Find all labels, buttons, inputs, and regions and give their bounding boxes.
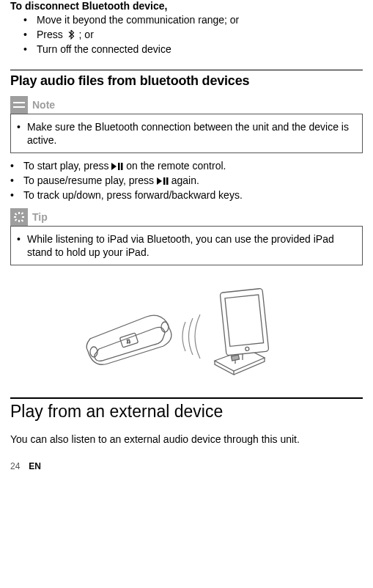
list-item: • Make sure the Bluetooth connection bet… [17,120,356,147]
bluetooth-icon [66,29,76,40]
bullet-dot: • [17,120,27,133]
svg-marker-2 [111,163,117,170]
bullet-text: Turn off the connected device [37,43,363,56]
bullet-text: Press ; or [37,28,363,41]
svg-rect-10 [14,216,16,218]
language-code: EN [29,461,41,471]
press-prefix: Press [37,29,66,40]
bullet-dot: • [23,13,37,26]
svg-rect-9 [18,220,20,222]
speaker-ipad-diagram: ♫ [10,282,363,377]
pause-pre: To pause/resume play, press [23,174,157,186]
playback-steps: • To start play, press on the remote con… [10,159,363,202]
bullet-text: To pause/resume play, press again. [23,174,363,187]
play-pause-icon [157,177,169,185]
note-text: Make sure the Bluetooth connection betwe… [27,120,356,147]
svg-rect-4 [121,163,123,170]
disconnect-block: To disconnect Bluetooth device, • Move i… [10,0,363,56]
callout-head: Tip [10,208,363,226]
bullet-dot: • [10,174,23,187]
svg-rect-6 [163,177,166,185]
manual-page: To disconnect Bluetooth device, • Move i… [0,0,373,482]
svg-text:♫: ♫ [125,337,132,346]
callout-head: Note [10,96,363,114]
list-item: • While listening to iPad via Bluetooth,… [17,232,356,259]
bullet-text: To track up/down, press forward/backward… [23,188,363,202]
svg-rect-1 [13,106,25,108]
note-icon [10,96,28,114]
list-item: • Press ; or [10,28,363,41]
divider [10,397,363,399]
note-body: • Make sure the Bluetooth connection bet… [10,114,363,153]
tip-text: While listening to iPad via Bluetooth, y… [27,232,356,259]
start-play-post: on the remote control. [126,160,226,172]
tip-label: Tip [32,211,48,223]
svg-rect-3 [118,163,120,170]
page-footer: 24 EN [10,461,363,471]
press-suffix: ; or [79,29,94,40]
bullet-dot: • [10,188,23,202]
bullet-text: To start play, press on the remote contr… [23,159,363,172]
note-label: Note [32,99,55,111]
svg-rect-7 [166,177,169,185]
page-number: 24 [10,461,20,471]
bullet-dot: • [17,232,27,246]
bullet-dot: • [23,43,37,56]
list-item: • To track up/down, press forward/backwa… [10,188,363,202]
note-callout: Note • Make sure the Bluetooth connectio… [10,96,363,153]
play-pause-icon [111,163,123,170]
divider [10,70,363,70]
section-heading-play-bt: Play audio files from bluetooth devices [10,73,363,89]
svg-rect-15 [15,218,18,221]
list-item: • To start play, press on the remote con… [10,159,363,172]
svg-rect-11 [22,216,24,218]
bullet-dot: • [23,28,37,41]
pause-post: again. [171,174,199,186]
svg-rect-0 [13,102,25,103]
svg-rect-12 [15,213,18,216]
bullet-text: Move it beyond the communication range; … [37,13,363,26]
start-play-pre: To start play, press [23,160,111,172]
bullet-dot: • [10,159,23,172]
tip-body: • While listening to iPad via Bluetooth,… [10,226,363,265]
tip-callout: Tip • While listening to iPad via Blueto… [10,208,363,265]
list-item: • To pause/resume play, press again. [10,174,363,187]
svg-rect-13 [21,219,24,222]
svg-rect-20 [231,355,239,361]
list-item: • Turn off the connected device [10,43,363,56]
svg-rect-14 [21,212,24,215]
svg-point-17 [161,322,169,332]
svg-marker-5 [157,177,162,185]
section-heading-external: Play from an external device [10,402,363,422]
external-text: You can also listen to an external audio… [10,433,363,445]
disconnect-title: To disconnect Bluetooth device, [10,0,363,12]
tip-icon [10,208,28,226]
list-item: • Move it beyond the communication range… [10,13,363,26]
svg-rect-8 [18,212,20,214]
